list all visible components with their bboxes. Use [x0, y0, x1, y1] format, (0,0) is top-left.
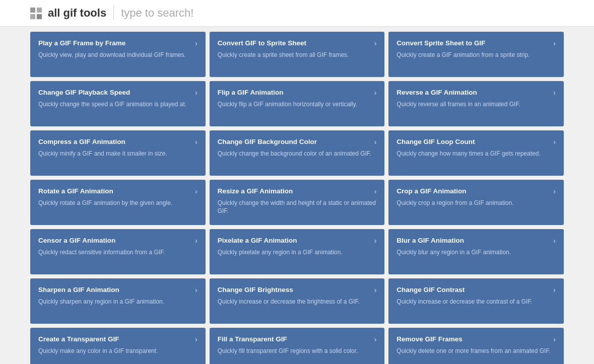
tool-card-desc: Quickly change the background color of a… [218, 150, 377, 158]
tool-card-title: Reverse a GIF Animation [397, 88, 553, 97]
tool-card-header: Sharpen a GIF Animation › [38, 285, 197, 295]
tool-card-title: Change GIF Playback Speed [38, 88, 195, 97]
logo-icon [30, 8, 42, 19]
search-input[interactable]: type to search! [121, 7, 193, 20]
tool-card-header: Create a Transparent GIF › [38, 335, 197, 344]
tool-card-desc: Quickly increase or decrease the contras… [397, 298, 556, 306]
tool-card-desc: Quickly reverse all frames in an animate… [397, 100, 556, 109]
tool-card[interactable]: Change GIF Brightness › Quickly increase… [210, 278, 385, 324]
tool-card-desc: Quickly rotate a GIF animation by the gi… [38, 199, 197, 207]
tool-card-header: Compress a GIF Animation › [38, 137, 197, 147]
tool-card-header: Pixelate a GIF Animation › [218, 236, 377, 245]
tool-card-header: Change GIF Contrast › [397, 285, 556, 295]
header-title-text: all gif tools [48, 7, 106, 19]
tool-card[interactable]: Remove GIF Frames › Quickly delete one o… [388, 328, 564, 364]
tool-card-desc: Quickly fill transparent GIF regions wit… [218, 347, 377, 355]
tool-card-desc: Quickly redact sensitive information fro… [38, 248, 197, 257]
arrow-icon: › [374, 335, 377, 343]
tool-card-header: Crop a GIF Animation › [397, 187, 556, 196]
tool-card-title: Convert Sprite Sheet to GIF [397, 39, 553, 48]
tool-card[interactable]: Reverse a GIF Animation › Quickly revers… [388, 81, 564, 126]
header-divider [113, 6, 114, 20]
tool-card-desc: Quickly change the speed a GIF animation… [38, 100, 197, 109]
tool-card-desc: Quickly create a sprite sheet from all G… [218, 51, 377, 59]
arrow-icon: › [195, 89, 197, 97]
tool-card-title: Sharpen a GIF Animation [38, 285, 195, 295]
tool-card-title: Create a Transparent GIF [38, 335, 195, 344]
tool-card-desc: Quickly increase or decrease the brightn… [218, 298, 377, 306]
tool-card-title: Compress a GIF Animation [38, 137, 195, 147]
tool-card-header: Resize a GIF Animation › [218, 187, 377, 196]
tool-card[interactable]: Change GIF Playback Speed › Quickly chan… [30, 81, 206, 126]
arrow-icon: › [553, 39, 556, 47]
arrow-icon: › [195, 286, 197, 294]
tool-card[interactable]: Crop a GIF Animation › Quickly crop a re… [388, 180, 564, 225]
tool-card[interactable]: Change GIF Loop Count › Quickly change h… [388, 130, 564, 176]
tool-card[interactable]: Censor a GIF Animation › Quickly redact … [30, 229, 206, 274]
arrow-icon: › [195, 237, 197, 245]
arrow-icon: › [553, 187, 556, 195]
tool-card-desc: Quickly view, play and download individu… [38, 51, 197, 59]
arrow-icon: › [374, 286, 377, 294]
tool-card-title: Resize a GIF Animation [218, 187, 374, 196]
tool-card-title: Change GIF Contrast [397, 285, 553, 295]
tool-card-title: Blur a GIF Animation [397, 236, 553, 245]
tool-card-header: Flip a GIF Animation › [218, 88, 377, 97]
tool-card-desc: Quickly minify a GIF and make it smaller… [38, 150, 197, 158]
tool-card-title: Change GIF Brightness [218, 285, 374, 295]
arrow-icon: › [195, 335, 197, 343]
arrow-icon: › [374, 39, 377, 47]
tool-grid: Play a GIF Frame by Frame › Quickly view… [0, 27, 594, 364]
tool-card[interactable]: Convert Sprite Sheet to GIF › Quickly cr… [388, 32, 564, 77]
tool-card-title: Flip a GIF Animation [218, 88, 374, 97]
arrow-icon: › [374, 187, 377, 195]
tool-card-header: Convert Sprite Sheet to GIF › [397, 39, 556, 48]
tool-card[interactable]: Change GIF Background Color › Quickly ch… [210, 130, 385, 176]
tool-card[interactable]: Compress a GIF Animation › Quickly minif… [30, 130, 206, 176]
tool-card-title: Change GIF Loop Count [397, 137, 553, 147]
tool-card-desc: Quickly blur any region in a GIF animati… [397, 248, 556, 257]
tool-card-title: Crop a GIF Animation [397, 187, 553, 196]
tool-card-desc: Quickly sharpen any region in a GIF anim… [38, 298, 197, 306]
arrow-icon: › [374, 89, 377, 97]
header-title: all gif tools [48, 7, 106, 20]
tool-card-header: Reverse a GIF Animation › [397, 88, 556, 97]
tool-card[interactable]: Pixelate a GIF Animation › Quickly pixel… [210, 229, 385, 274]
tool-card-header: Fill a Transparent GIF › [218, 335, 377, 344]
tool-card[interactable]: Change GIF Contrast › Quickly increase o… [388, 278, 564, 324]
tool-card[interactable]: Convert GIF to Sprite Sheet › Quickly cr… [210, 32, 385, 77]
tool-card-header: Change GIF Background Color › [218, 137, 377, 147]
tool-card[interactable]: Rotate a GIF Animation › Quickly rotate … [30, 180, 206, 225]
tool-card-desc: Quickly change how many times a GIF gets… [397, 150, 556, 158]
tool-card-desc: Quickly crop a region from a GIF animati… [397, 199, 556, 207]
tool-card[interactable]: Blur a GIF Animation › Quickly blur any … [388, 229, 564, 274]
tool-card[interactable]: Play a GIF Frame by Frame › Quickly view… [30, 32, 206, 77]
tool-card-header: Convert GIF to Sprite Sheet › [218, 39, 377, 48]
arrow-icon: › [553, 335, 556, 343]
tool-card[interactable]: Resize a GIF Animation › Quickly change … [210, 180, 385, 225]
tool-card-desc: Quickly create a GIF animation from a sp… [397, 51, 556, 59]
tool-card[interactable]: Create a Transparent GIF › Quickly make … [30, 328, 206, 364]
tool-card-title: Remove GIF Frames [397, 335, 553, 344]
arrow-icon: › [553, 89, 556, 97]
tool-card[interactable]: Flip a GIF Animation › Quickly flip a GI… [210, 81, 385, 126]
tool-card-desc: Quickly make any color in a GIF transpar… [38, 347, 197, 355]
tool-card-header: Rotate a GIF Animation › [38, 187, 197, 196]
tool-card-desc: Quickly pixelate any region in a GIF ani… [218, 248, 377, 257]
tool-card[interactable]: Fill a Transparent GIF › Quickly fill tr… [210, 328, 385, 364]
arrow-icon: › [374, 138, 377, 146]
tool-card-header: Censor a GIF Animation › [38, 236, 197, 245]
tool-card-header: Change GIF Loop Count › [397, 137, 556, 147]
tool-card-title: Censor a GIF Animation [38, 236, 195, 245]
arrow-icon: › [553, 138, 556, 146]
tool-card-title: Play a GIF Frame by Frame [38, 39, 195, 48]
tool-card-title: Pixelate a GIF Animation [218, 236, 374, 245]
tool-card-header: Change GIF Playback Speed › [38, 88, 197, 97]
arrow-icon: › [195, 39, 197, 47]
header: all gif tools type to search! [0, 0, 594, 27]
tool-card-title: Fill a Transparent GIF [218, 335, 374, 344]
tool-card-desc: Quickly delete one or more frames from a… [397, 347, 556, 355]
tool-card-title: Convert GIF to Sprite Sheet [218, 39, 374, 48]
tool-card[interactable]: Sharpen a GIF Animation › Quickly sharpe… [30, 278, 206, 324]
arrow-icon: › [553, 286, 556, 294]
